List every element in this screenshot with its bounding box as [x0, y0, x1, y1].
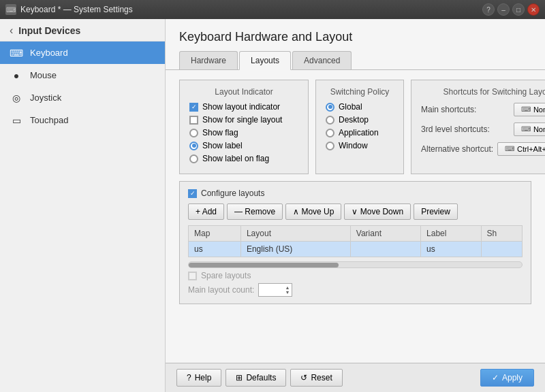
keyboard-icon: ⌨ — [10, 48, 23, 58]
show-label-radio[interactable] — [189, 142, 198, 150]
main-shortcut-btn[interactable]: ⌨ None — [514, 103, 545, 116]
window-title: Keyboard * — System Settings — [20, 5, 133, 14]
sidebar-header: ‹ Input Devices — [0, 19, 165, 42]
reset-icon: ↺ — [300, 373, 307, 382]
cell-label: us — [421, 242, 481, 257]
cell-layout: English (US) — [240, 242, 350, 257]
cell-variant — [350, 242, 420, 257]
help-icon-btn[interactable]: ? — [482, 3, 495, 16]
window-radio[interactable] — [326, 142, 334, 150]
apply-button[interactable]: ✓ Apply — [480, 369, 534, 387]
show-flag-label: Show flag — [202, 128, 238, 137]
back-button[interactable]: ‹ — [8, 24, 14, 37]
cell-shortcut — [481, 242, 522, 257]
sidebar-item-keyboard[interactable]: ⌨ Keyboard — [0, 42, 165, 64]
maximize-btn[interactable]: □ — [512, 3, 525, 16]
add-layout-button[interactable]: + Add — [188, 203, 224, 220]
main-shortcut-row: Main shortcuts: ⌨ None ✕ — [421, 102, 545, 116]
single-layout-label: Show for single layout — [202, 115, 282, 125]
reset-button[interactable]: ↺ Reset — [290, 369, 342, 387]
third-shortcut-btn[interactable]: ⌨ None — [514, 122, 545, 136]
spinner-arrows[interactable]: ▲ ▼ — [285, 285, 290, 295]
remove-layout-button[interactable]: — Remove — [227, 203, 283, 220]
global-radio[interactable] — [326, 103, 334, 112]
application-radio[interactable] — [326, 129, 334, 137]
help-button[interactable]: ? Help — [176, 369, 221, 387]
spare-layouts-row: Spare layouts — [188, 271, 523, 280]
single-layout-checkbox[interactable] — [189, 116, 198, 125]
switching-policy-box: Switching Policy Global Desktop Applicat… — [315, 80, 404, 174]
global-row[interactable]: Global — [326, 102, 394, 112]
tab-advanced[interactable]: Advanced — [292, 51, 352, 69]
layout-indicator-box: Layout Indicator Show layout indicator S… — [179, 80, 309, 174]
application-row[interactable]: Application — [326, 128, 394, 137]
keyboard-icon-small: ⌨ — [521, 105, 531, 113]
alt-shortcut-label: Alternative shortcut: — [421, 144, 493, 154]
sections-row: Layout Indicator Show layout indicator S… — [179, 80, 531, 174]
spare-layouts-checkbox — [188, 272, 197, 280]
show-indicator-row[interactable]: Show layout indicator — [189, 102, 298, 112]
help-icon: ? — [187, 373, 191, 382]
bottom-bar: ? Help ⊞ Defaults ↺ Reset ✓ Apply — [166, 363, 545, 392]
layout-indicator-title: Layout Indicator — [189, 87, 298, 97]
configure-label: Configure layouts — [201, 189, 264, 198]
single-layout-row[interactable]: Show for single layout — [189, 115, 298, 125]
third-shortcut-row: 3rd level shortcuts: ⌨ None ✕ — [421, 122, 545, 136]
sidebar: ‹ Input Devices ⌨ Keyboard ● Mouse ◎ Joy… — [0, 19, 166, 392]
show-label-flag-radio[interactable] — [189, 154, 198, 163]
sidebar-item-mouse[interactable]: ● Mouse — [0, 64, 165, 86]
show-label-row[interactable]: Show label — [189, 141, 298, 150]
configure-layouts-section: Configure layouts + Add — Remove ∧ Move … — [179, 181, 531, 304]
switching-policy-title: Switching Policy — [326, 87, 394, 97]
show-label-flag-row[interactable]: Show label on flag — [189, 154, 298, 163]
sidebar-item-touchpad[interactable]: ▭ Touchpad — [0, 109, 165, 131]
content-header: Keyboard Hardware and Layout — [166, 19, 545, 51]
show-flag-radio[interactable] — [189, 129, 198, 137]
sidebar-item-joystick-label: Joystick — [30, 93, 61, 103]
table-row[interactable]: us English (US) us — [189, 242, 523, 257]
configure-checkbox[interactable] — [188, 189, 197, 198]
show-label-flag-label: Show label on flag — [202, 154, 269, 163]
main-count-row: Main layout count: ▲ ▼ — [188, 283, 523, 297]
tab-layouts[interactable]: Layouts — [239, 51, 291, 70]
horizontal-scrollbar[interactable] — [188, 261, 523, 268]
close-btn[interactable]: ✕ — [527, 3, 540, 16]
col-label: Label — [421, 226, 481, 242]
desktop-row[interactable]: Desktop — [326, 115, 394, 125]
main-count-spinner[interactable]: ▲ ▼ — [258, 283, 292, 297]
tab-hardware[interactable]: Hardware — [179, 51, 238, 69]
alt-shortcut-row: Alternative shortcut: ⌨ Ctrl+Alt+K ✕ — [421, 142, 545, 156]
col-shortcut: Sh — [481, 226, 522, 242]
minimize-btn[interactable]: – — [497, 3, 510, 16]
sidebar-item-touchpad-label: Touchpad — [30, 115, 68, 125]
application-label: Application — [339, 128, 379, 137]
move-down-button[interactable]: ∨ Move Down — [344, 203, 411, 220]
col-map: Map — [189, 226, 241, 242]
layout-table: Map Layout Variant Label Sh us English (… — [188, 225, 523, 257]
third-shortcut-label: 3rd level shortcuts: — [421, 125, 490, 134]
sidebar-item-mouse-label: Mouse — [30, 70, 57, 80]
defaults-button[interactable]: ⊞ Defaults — [225, 369, 286, 387]
keyboard-icon-3rd: ⌨ — [521, 125, 531, 133]
defaults-icon: ⊞ — [236, 373, 243, 382]
tab-bar: Hardware Layouts Advanced — [166, 51, 545, 70]
keyboard-icon-alt: ⌨ — [505, 145, 514, 152]
show-flag-row[interactable]: Show flag — [189, 128, 298, 137]
sidebar-item-joystick[interactable]: ◎ Joystick — [0, 86, 165, 109]
titlebar: ⌨ Keyboard * — System Settings ? – □ ✕ — [0, 0, 545, 19]
move-up-button[interactable]: ∧ Move Up — [285, 203, 341, 220]
preview-button[interactable]: Preview — [414, 203, 458, 220]
table-header-row: Map Layout Variant Label Sh — [189, 226, 523, 242]
show-indicator-checkbox[interactable] — [189, 103, 198, 112]
spinner-down[interactable]: ▼ — [285, 290, 290, 295]
scrollbar-thumb — [189, 263, 339, 267]
layouts-tab-content: Layout Indicator Show layout indicator S… — [166, 70, 545, 363]
layouts-toolbar: + Add — Remove ∧ Move Up ∨ Move Down Pre… — [188, 203, 523, 220]
sidebar-item-keyboard-label: Keyboard — [30, 48, 68, 58]
spare-layouts-label: Spare layouts — [201, 271, 251, 280]
alt-shortcut-btn[interactable]: ⌨ Ctrl+Alt+K — [497, 142, 545, 156]
desktop-radio[interactable] — [326, 116, 334, 125]
window-row[interactable]: Window — [326, 141, 394, 150]
spinner-up[interactable]: ▲ — [285, 285, 290, 290]
layout-table-container: Map Layout Variant Label Sh us English (… — [188, 225, 523, 257]
